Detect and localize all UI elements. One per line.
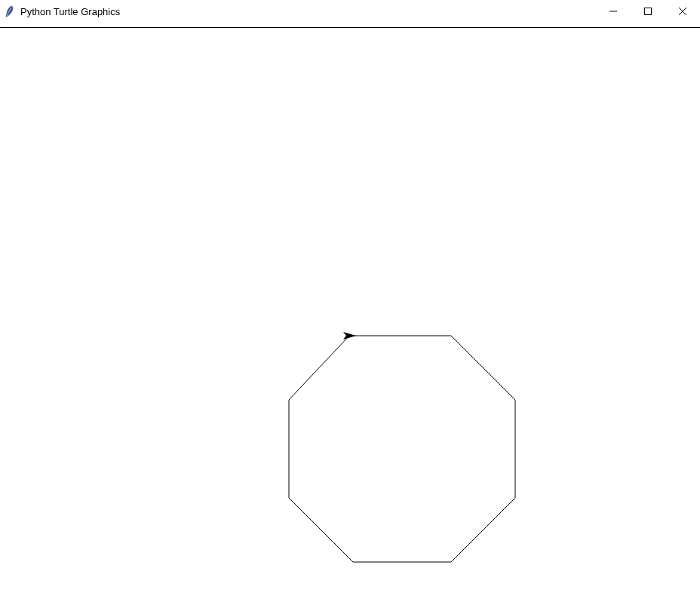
turtle-cursor (343, 332, 356, 339)
maximize-icon (644, 8, 652, 15)
feather-icon (4, 5, 16, 17)
octagon-shape (289, 336, 515, 562)
maximize-button[interactable] (631, 0, 665, 23)
titlebar-divider (0, 27, 700, 28)
minimize-icon (609, 8, 617, 15)
window-titlebar: Python Turtle Graphics (0, 0, 700, 23)
window-title: Python Turtle Graphics (20, 6, 120, 17)
turtle-canvas-area (0, 29, 700, 599)
svg-marker-4 (343, 332, 356, 339)
minimize-button[interactable] (596, 0, 631, 23)
window-controls (596, 0, 700, 23)
close-button[interactable] (665, 0, 700, 23)
turtle-canvas (0, 29, 700, 599)
close-icon (679, 8, 686, 15)
svg-rect-1 (645, 8, 652, 15)
